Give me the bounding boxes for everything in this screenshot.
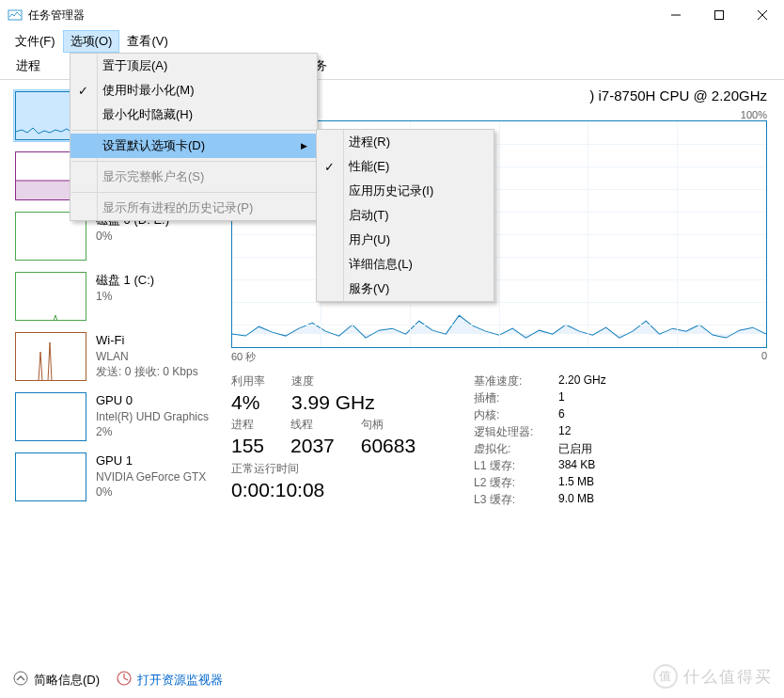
fewer-details-label: 简略信息(D) [34, 672, 100, 689]
gpu1-info: GPU 1 NVIDIA GeForce GTX 0% [96, 452, 206, 501]
base-speed-l: 基准速度: [474, 373, 558, 389]
gpu1-title: GPU 1 [96, 452, 206, 469]
gpu1-val: 0% [96, 484, 206, 500]
threads-val: 2037 [290, 433, 335, 458]
stat-speed: 速度 3.99 GHz [291, 373, 375, 415]
handles-val: 60683 [361, 433, 416, 458]
sub-startup[interactable]: 启动(T) [317, 203, 494, 228]
wifi-thumb [15, 332, 86, 381]
wifi-val: 发送: 0 接收: 0 Kbps [96, 364, 198, 379]
l3-l: L3 缓存: [474, 492, 558, 508]
menu-options[interactable]: 选项(O) [63, 30, 120, 53]
uptime-val: 0:00:10:08 [231, 477, 474, 502]
check-icon: ✓ [78, 84, 88, 98]
opt-full-account[interactable]: 显示完整帐户名(S) [71, 165, 317, 189]
util-val: 4% [231, 389, 265, 415]
util-label: 利用率 [231, 373, 265, 389]
sub-services[interactable]: 服务(V) [317, 277, 494, 301]
sidebar-item-gpu1[interactable]: GPU 1 NVIDIA GeForce GTX 0% [13, 451, 226, 503]
gpu0-thumb [15, 392, 86, 441]
opt-always-on-top[interactable]: 置于顶层(A) [71, 54, 317, 78]
l2-v: 1.5 MB [558, 475, 594, 491]
gpu0-sub: Intel(R) UHD Graphics [96, 409, 209, 424]
gpu0-info: GPU 0 Intel(R) UHD Graphics 2% [96, 392, 209, 441]
close-button[interactable] [741, 0, 784, 30]
base-speed-v: 2.20 GHz [558, 373, 606, 389]
virt-l: 虚拟化: [474, 441, 558, 457]
sub-performance-label: 性能(E) [349, 159, 389, 173]
wifi-title: Wi-Fi [96, 332, 198, 349]
logical-l: 逻辑处理器: [474, 424, 558, 440]
opt-minimize-on-use[interactable]: ✓ 使用时最小化(M) [71, 78, 317, 103]
chart-bottom-labels: 60 秒 0 [231, 350, 767, 364]
speed-label: 速度 [291, 373, 375, 389]
sub-performance[interactable]: ✓ 性能(E) [317, 154, 494, 179]
sub-processes[interactable]: 进程(R) [317, 130, 494, 154]
default-tab-submenu: 进程(R) ✓ 性能(E) 应用历史记录(I) 启动(T) 用户(U) 详细信息… [316, 129, 494, 302]
watermark-text: 什么值得买 [683, 666, 773, 688]
wifi-info: Wi-Fi WLAN 发送: 0 接收: 0 Kbps [96, 332, 198, 381]
chevron-right-icon: ▶ [301, 141, 307, 151]
gpu1-sub: NVIDIA GeForce GTX [96, 469, 206, 484]
resmon-button[interactable]: 打开资源监视器 [117, 671, 223, 689]
svg-line-10 [124, 678, 128, 680]
handles-label: 句柄 [361, 417, 416, 433]
chart-x-left: 60 秒 [231, 350, 256, 364]
titlebar: 任务管理器 [0, 0, 784, 30]
l2-l: L2 缓存: [474, 475, 558, 491]
gpu1-thumb [15, 452, 86, 501]
opt-hide-minimized[interactable]: 最小化时隐藏(H) [71, 103, 317, 127]
window-title: 任务管理器 [28, 8, 85, 24]
app-icon [8, 8, 23, 23]
cores-v: 6 [558, 407, 565, 423]
opt-default-tab-label: 设置默认选项卡(D) [102, 138, 205, 152]
disk1-thumb [15, 272, 86, 321]
chevron-up-icon [13, 671, 28, 689]
fewer-details-button[interactable]: 简略信息(D) [13, 671, 100, 689]
watermark: 值 什么值得买 [653, 664, 773, 689]
l1-l: L1 缓存: [474, 458, 558, 474]
opt-default-tab[interactable]: 设置默认选项卡(D) ▶ [71, 134, 317, 158]
stats-area: 利用率 4% 速度 3.99 GHz 进程 155 线程 203 [231, 373, 767, 509]
gpu0-title: GPU 0 [96, 392, 209, 409]
sub-users[interactable]: 用户(U) [317, 228, 494, 252]
svg-rect-2 [715, 11, 724, 20]
disk1-info: 磁盘 1 (C:) 1% [96, 272, 154, 321]
stat-uptime: 正常运行时间 0:00:10:08 [231, 461, 474, 502]
proc-val: 155 [231, 433, 264, 458]
svg-point-7 [14, 672, 27, 685]
wifi-sub: WLAN [96, 349, 198, 364]
stat-threads: 线程 2037 [290, 417, 335, 458]
stat-processes: 进程 155 [231, 417, 264, 458]
separator [71, 192, 316, 193]
sidebar-item-wifi[interactable]: Wi-Fi WLAN 发送: 0 接收: 0 Kbps [13, 330, 226, 383]
menu-file[interactable]: 文件(F) [8, 30, 63, 53]
maximize-button[interactable] [698, 0, 741, 30]
opt-minimize-label: 使用时最小化(M) [102, 83, 195, 97]
minimize-button[interactable] [654, 0, 698, 30]
sidebar-item-gpu0[interactable]: GPU 0 Intel(R) UHD Graphics 2% [13, 390, 226, 443]
threads-label: 线程 [290, 417, 335, 433]
disk1-title: 磁盘 1 (C:) [96, 272, 154, 289]
sidebar-item-disk1[interactable]: 磁盘 1 (C:) 1% [13, 270, 226, 323]
menu-view[interactable]: 查看(V) [119, 30, 175, 53]
disk0-val: 0% [96, 229, 169, 244]
watermark-icon: 值 [653, 664, 678, 689]
uptime-label: 正常运行时间 [231, 461, 474, 477]
chart-max-label: 100% [741, 109, 767, 120]
l3-v: 9.0 MB [558, 492, 594, 508]
opt-all-history[interactable]: 显示所有进程的历史记录(P) [71, 196, 317, 220]
sub-app-history[interactable]: 应用历史记录(I) [317, 179, 494, 203]
menubar: 文件(F) 选项(O) 查看(V) [0, 30, 784, 53]
cpu-model: ) i7-8750H CPU @ 2.20GHz [589, 87, 767, 103]
sub-details[interactable]: 详细信息(L) [317, 252, 494, 277]
separator [71, 161, 316, 162]
chart-x-right: 0 [761, 350, 767, 364]
logical-v: 12 [558, 424, 571, 440]
cores-l: 内核: [474, 407, 558, 423]
disk1-val: 1% [96, 289, 154, 304]
window-controls [654, 0, 784, 30]
separator [71, 130, 316, 131]
tab-processes[interactable]: 进程 [6, 53, 51, 79]
l1-v: 384 KB [558, 458, 595, 474]
